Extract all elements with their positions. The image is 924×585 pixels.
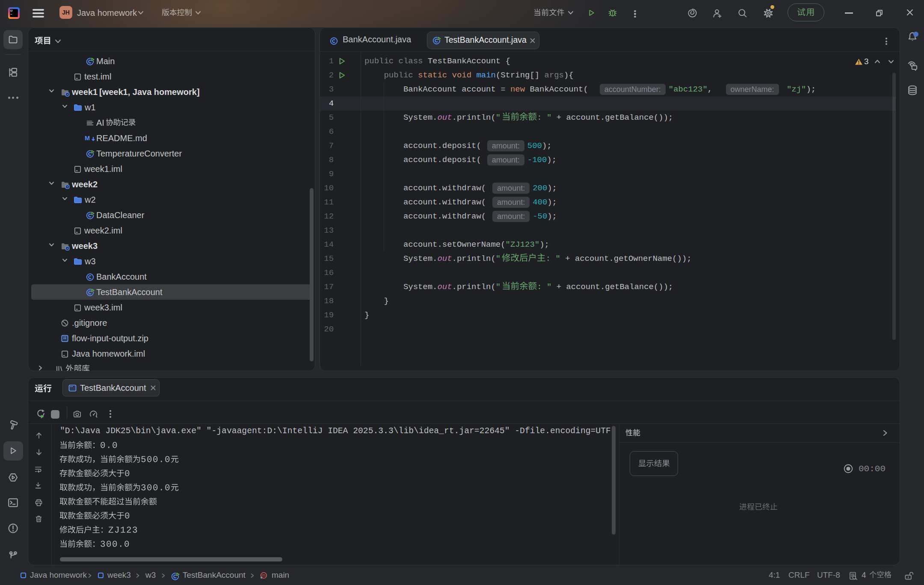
svg-text:m: m: [262, 573, 265, 578]
